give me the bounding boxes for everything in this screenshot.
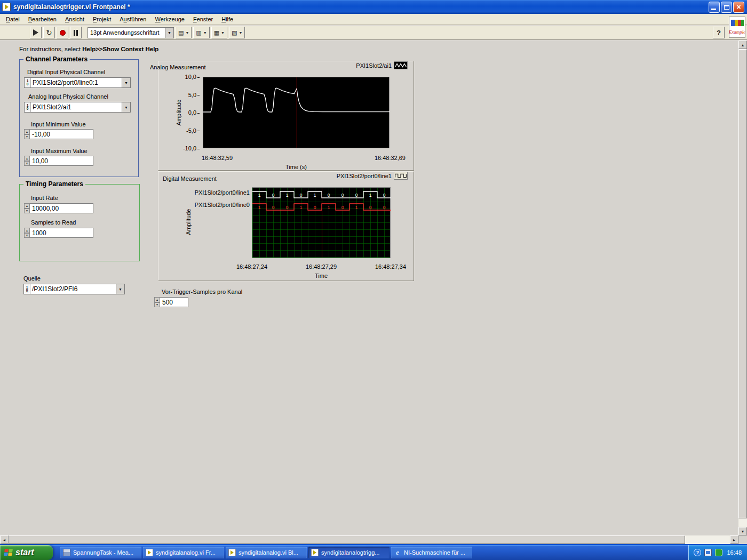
run-continuous-button[interactable]: ↻ — [43, 27, 55, 38]
start-label: start — [15, 548, 34, 557]
chevron-down-icon[interactable]: ▼ — [122, 102, 130, 112]
quelle-combo[interactable]: 10 /PXI1Slot2/PFI6 ▼ — [23, 284, 125, 294]
reorder-objects-dropdown[interactable]: ▧▼ — [229, 27, 245, 38]
scroll-down-arrow[interactable]: ▼ — [738, 527, 747, 535]
analog-x-axis-label: Time (s) — [203, 164, 390, 170]
windows-flag-icon — [3, 548, 13, 557]
context-help-button[interactable]: ? — [713, 27, 725, 38]
digital-x-axis-label: Time — [252, 273, 391, 279]
svg-text:1: 1 — [286, 193, 289, 198]
spinner-arrows[interactable]: ▲▼ — [154, 297, 160, 307]
abort-button[interactable] — [57, 27, 68, 38]
input-rate-value[interactable]: 10000,00 — [30, 203, 93, 213]
taskbar-button-syndigitalanalogtrigg[interactable]: syndigitalanalogtrigg... — [308, 547, 390, 558]
pretrigger-spinner[interactable]: ▲▼ 500 — [154, 297, 188, 307]
samples-value[interactable]: 1000 — [30, 228, 93, 238]
help-tray-icon[interactable]: ? — [694, 549, 701, 556]
instruction-text: For instructions, select Help>>Show Cont… — [19, 46, 158, 52]
front-panel: For instructions, select Help>>Show Cont… — [0, 41, 738, 535]
trigger-cursor[interactable] — [297, 77, 297, 148]
svg-text:0: 0 — [383, 205, 386, 210]
vertical-scroll-thumb[interactable] — [738, 49, 747, 518]
badge-text: Example — [729, 29, 746, 35]
digital-cursor[interactable] — [322, 188, 322, 258]
close-button[interactable]: × — [733, 2, 744, 13]
svg-text:1: 1 — [300, 205, 303, 210]
scroll-up-arrow[interactable]: ▲ — [738, 41, 747, 49]
menu-item-fenster[interactable]: Fenster — [189, 14, 217, 24]
run-button[interactable] — [30, 27, 42, 38]
chevron-down-icon: ▼ — [185, 31, 189, 35]
horizontal-scroll-thumb[interactable] — [9, 535, 685, 544]
menu-item-datei[interactable]: Datei — [2, 14, 24, 24]
chevron-down-icon[interactable]: ▼ — [122, 78, 130, 87]
analog-ytick: 10,0 — [173, 73, 200, 81]
analog-ytick: -5,0 — [173, 127, 200, 134]
display-tray-icon[interactable] — [704, 549, 712, 556]
loop-arrows-icon: ↻ — [46, 29, 52, 37]
menu-item-projekt[interactable]: Projekt — [89, 14, 115, 24]
pretrigger-label: Vor-Trigger-Samples pro Kanal — [162, 289, 242, 295]
pause-button[interactable] — [70, 27, 82, 38]
horizontal-scrollbar[interactable]: ◄ ► — [0, 535, 738, 544]
menu-item-bearbeiten[interactable]: Bearbeiten — [24, 14, 61, 24]
distribute-icon: ▥ — [196, 29, 201, 36]
font-selector[interactable]: 13pt Anwendungsschriftart ▼ — [88, 27, 174, 38]
scroll-left-arrow[interactable]: ◄ — [0, 535, 9, 544]
maximize-button[interactable] — [721, 2, 732, 13]
digital-xtick: 16:48:27,24 — [231, 263, 273, 270]
input-max-value[interactable]: 10,00 — [30, 156, 93, 166]
taskbar-button-spannungtask-mea[interactable]: SpannungTask - Mea... — [60, 547, 141, 558]
input-min-spinner[interactable]: ▲▼ -10,00 — [24, 129, 93, 139]
analog-channel-combo[interactable]: 10 PXI1Slot2/ai1 ▼ — [24, 102, 131, 113]
chevron-down-icon[interactable]: ▼ — [116, 284, 124, 294]
svg-text:1: 1 — [314, 193, 316, 198]
taskbar-button-syndigitalanalog-vi-fr[interactable]: syndigitalanalog.vi Fr... — [143, 547, 224, 558]
spinner-arrows[interactable]: ▲▼ — [24, 129, 30, 139]
digital-channel-value: PXI1Slot2/port0/line0:1 — [31, 79, 122, 86]
input-rate-spinner[interactable]: ▲▼ 10000,00 — [24, 203, 93, 213]
ni-tray-icon[interactable] — [715, 549, 722, 556]
pause-icon — [74, 30, 78, 36]
menu-item-ansicht[interactable]: Ansicht — [61, 14, 89, 24]
svg-text:1: 1 — [355, 205, 358, 210]
svg-text:0: 0 — [272, 205, 275, 210]
menu-item-werkzeuge[interactable]: Werkzeuge — [150, 14, 188, 24]
digital-plot-area[interactable]: 10101000101001010100 — [252, 187, 391, 258]
menu-item-ausf-hren[interactable]: Ausführen — [115, 14, 150, 24]
input-min-value[interactable]: -10,00 — [30, 129, 93, 139]
spinner-arrows[interactable]: ▲▼ — [24, 228, 30, 238]
spinner-arrows[interactable]: ▲▼ — [24, 156, 30, 166]
analog-chart-title: Analog Measurement — [150, 64, 206, 70]
title-bar[interactable]: syndigitalanalogtrigger.vi Frontpanel * … — [0, 0, 747, 14]
digital-chart-legend[interactable]: PXI1Slot2/port0/line1 — [337, 172, 408, 180]
input-max-spinner[interactable]: ▲▼ 10,00 — [24, 156, 93, 166]
group-title: Timing Parameters — [23, 180, 85, 188]
taskbar-button-ni-suchmaschine-f-r[interactable]: eNI-Suchmaschine für ... — [391, 547, 472, 558]
group-title: Channel Parameters — [23, 55, 90, 63]
analog-plot-area[interactable] — [203, 77, 390, 148]
analog-channel-value: PXI1Slot2/ai1 — [31, 103, 122, 111]
taskbar-clock: 16:48 — [727, 549, 742, 556]
svg-text:0: 0 — [383, 193, 386, 198]
resize-objects-dropdown[interactable]: ▦▼ — [211, 27, 227, 38]
start-button[interactable]: start — [0, 545, 53, 560]
io-icon: 10 — [25, 102, 31, 112]
distribute-objects-dropdown[interactable]: ▥▼ — [193, 27, 209, 38]
align-objects-dropdown[interactable]: ▤▼ — [176, 27, 192, 38]
minimize-button[interactable] — [709, 2, 720, 13]
max-icon — [63, 549, 70, 556]
scroll-right-arrow[interactable]: ► — [730, 535, 738, 544]
samples-spinner[interactable]: ▲▼ 1000 — [24, 228, 93, 238]
taskbar-button-syndigitalanalog-vi-bl[interactable]: syndigitalanalog.vi Bl... — [226, 547, 307, 558]
taskbar-buttons: SpannungTask - Mea...syndigitalanalog.vi… — [60, 547, 688, 558]
digital-channel-combo[interactable]: 10 PXI1Slot2/port0/line0:1 ▼ — [24, 77, 131, 88]
chevron-down-icon[interactable]: ▼ — [165, 28, 173, 38]
menu-item-hilfe[interactable]: Hilfe — [217, 14, 237, 24]
pretrigger-value[interactable]: 500 — [160, 297, 188, 307]
legend-label: PXI1Slot2/ai1 — [356, 62, 392, 69]
vertical-scrollbar[interactable]: ▲ ▼ — [738, 41, 747, 535]
analog-chart-legend[interactable]: PXI1Slot2/ai1 — [356, 61, 408, 69]
taskbar-button-label: NI-Suchmaschine für ... — [404, 549, 465, 556]
spinner-arrows[interactable]: ▲▼ — [24, 203, 30, 213]
